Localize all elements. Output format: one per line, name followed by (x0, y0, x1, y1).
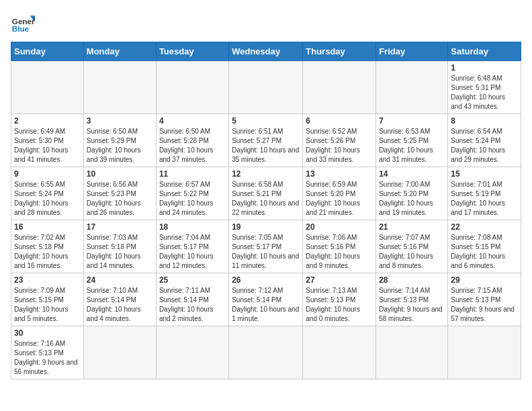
calendar-cell: 29Sunrise: 7:15 AM Sunset: 5:13 PM Dayli… (448, 273, 521, 326)
day-number: 22 (451, 222, 518, 232)
day-number: 28 (379, 275, 445, 285)
day-number: 27 (306, 275, 373, 285)
day-number: 6 (306, 116, 373, 126)
calendar-cell (303, 61, 376, 114)
calendar-cell: 6Sunrise: 6:52 AM Sunset: 5:26 PM Daylig… (303, 114, 376, 167)
calendar-header-tuesday: Tuesday (156, 42, 228, 61)
logo: General Blue (11, 11, 35, 35)
calendar-week-row: 30Sunrise: 7:16 AM Sunset: 5:13 PM Dayli… (11, 326, 521, 379)
day-info: Sunrise: 7:02 AM Sunset: 5:18 PM Dayligh… (14, 233, 81, 271)
calendar-cell: 11Sunrise: 6:57 AM Sunset: 5:22 PM Dayli… (156, 167, 228, 220)
calendar-header-thursday: Thursday (303, 42, 376, 61)
calendar: SundayMondayTuesdayWednesdayThursdayFrid… (11, 42, 521, 379)
day-number: 1 (451, 63, 518, 73)
day-info: Sunrise: 6:54 AM Sunset: 5:24 PM Dayligh… (451, 127, 518, 165)
day-info: Sunrise: 7:04 AM Sunset: 5:17 PM Dayligh… (159, 233, 226, 271)
calendar-cell (156, 326, 228, 379)
day-number: 21 (379, 222, 445, 232)
calendar-cell (83, 326, 156, 379)
calendar-week-row: 2Sunrise: 6:49 AM Sunset: 5:30 PM Daylig… (11, 114, 521, 167)
calendar-cell: 18Sunrise: 7:04 AM Sunset: 5:17 PM Dayli… (156, 220, 228, 273)
day-info: Sunrise: 7:07 AM Sunset: 5:16 PM Dayligh… (379, 233, 445, 271)
day-info: Sunrise: 6:55 AM Sunset: 5:24 PM Dayligh… (14, 180, 81, 218)
svg-text:Blue: Blue (12, 24, 30, 33)
calendar-week-row: 16Sunrise: 7:02 AM Sunset: 5:18 PM Dayli… (11, 220, 521, 273)
day-number: 17 (87, 222, 153, 232)
calendar-week-row: 9Sunrise: 6:55 AM Sunset: 5:24 PM Daylig… (11, 167, 521, 220)
day-number: 14 (379, 169, 445, 179)
day-number: 29 (451, 275, 518, 285)
day-info: Sunrise: 7:00 AM Sunset: 5:20 PM Dayligh… (379, 180, 445, 218)
header: General Blue (11, 11, 521, 35)
calendar-cell: 13Sunrise: 6:59 AM Sunset: 5:20 PM Dayli… (303, 167, 376, 220)
day-info: Sunrise: 6:59 AM Sunset: 5:20 PM Dayligh… (306, 180, 373, 218)
day-info: Sunrise: 7:03 AM Sunset: 5:18 PM Dayligh… (87, 233, 153, 271)
calendar-header-friday: Friday (376, 42, 448, 61)
calendar-cell (229, 326, 303, 379)
day-info: Sunrise: 6:50 AM Sunset: 5:29 PM Dayligh… (87, 127, 153, 165)
calendar-cell: 8Sunrise: 6:54 AM Sunset: 5:24 PM Daylig… (448, 114, 521, 167)
day-info: Sunrise: 6:51 AM Sunset: 5:27 PM Dayligh… (232, 127, 300, 165)
day-number: 12 (232, 169, 300, 179)
calendar-cell: 20Sunrise: 7:06 AM Sunset: 5:16 PM Dayli… (303, 220, 376, 273)
day-info: Sunrise: 7:06 AM Sunset: 5:16 PM Dayligh… (306, 233, 373, 271)
day-number: 10 (87, 169, 153, 179)
day-number: 7 (379, 116, 445, 126)
calendar-cell: 21Sunrise: 7:07 AM Sunset: 5:16 PM Dayli… (376, 220, 448, 273)
day-number: 18 (159, 222, 226, 232)
calendar-cell: 16Sunrise: 7:02 AM Sunset: 5:18 PM Dayli… (11, 220, 84, 273)
calendar-cell: 27Sunrise: 7:13 AM Sunset: 5:13 PM Dayli… (303, 273, 376, 326)
calendar-cell (156, 61, 228, 114)
calendar-cell: 30Sunrise: 7:16 AM Sunset: 5:13 PM Dayli… (11, 326, 84, 379)
day-number: 20 (306, 222, 373, 232)
day-info: Sunrise: 6:52 AM Sunset: 5:26 PM Dayligh… (306, 127, 373, 165)
day-info: Sunrise: 7:01 AM Sunset: 5:19 PM Dayligh… (451, 180, 518, 218)
calendar-cell: 10Sunrise: 6:56 AM Sunset: 5:23 PM Dayli… (83, 167, 156, 220)
calendar-cell (83, 61, 156, 114)
calendar-cell (11, 61, 84, 114)
calendar-header-sunday: Sunday (11, 42, 84, 61)
calendar-cell: 3Sunrise: 6:50 AM Sunset: 5:29 PM Daylig… (83, 114, 156, 167)
day-number: 11 (159, 169, 226, 179)
calendar-week-row: 1Sunrise: 6:48 AM Sunset: 5:31 PM Daylig… (11, 61, 521, 114)
calendar-cell: 7Sunrise: 6:53 AM Sunset: 5:25 PM Daylig… (376, 114, 448, 167)
calendar-cell: 19Sunrise: 7:05 AM Sunset: 5:17 PM Dayli… (229, 220, 303, 273)
day-info: Sunrise: 7:10 AM Sunset: 5:14 PM Dayligh… (87, 286, 153, 324)
day-number: 26 (232, 275, 300, 285)
calendar-cell: 12Sunrise: 6:58 AM Sunset: 5:21 PM Dayli… (229, 167, 303, 220)
calendar-cell: 22Sunrise: 7:08 AM Sunset: 5:15 PM Dayli… (448, 220, 521, 273)
calendar-cell: 25Sunrise: 7:11 AM Sunset: 5:14 PM Dayli… (156, 273, 228, 326)
day-number: 30 (14, 328, 81, 338)
day-info: Sunrise: 6:56 AM Sunset: 5:23 PM Dayligh… (87, 180, 153, 218)
day-info: Sunrise: 6:48 AM Sunset: 5:31 PM Dayligh… (451, 74, 518, 111)
calendar-cell: 4Sunrise: 6:50 AM Sunset: 5:28 PM Daylig… (156, 114, 228, 167)
day-info: Sunrise: 7:08 AM Sunset: 5:15 PM Dayligh… (451, 233, 518, 271)
calendar-cell (303, 326, 376, 379)
day-info: Sunrise: 7:09 AM Sunset: 5:15 PM Dayligh… (14, 286, 81, 324)
day-number: 16 (14, 222, 81, 232)
day-number: 2 (14, 116, 81, 126)
logo-icon: General Blue (11, 11, 35, 35)
day-info: Sunrise: 6:53 AM Sunset: 5:25 PM Dayligh… (379, 127, 445, 165)
day-number: 19 (232, 222, 300, 232)
day-info: Sunrise: 7:16 AM Sunset: 5:13 PM Dayligh… (14, 339, 81, 377)
day-info: Sunrise: 6:58 AM Sunset: 5:21 PM Dayligh… (232, 180, 300, 218)
calendar-cell: 28Sunrise: 7:14 AM Sunset: 5:13 PM Dayli… (376, 273, 448, 326)
calendar-header-monday: Monday (83, 42, 156, 61)
calendar-cell: 2Sunrise: 6:49 AM Sunset: 5:30 PM Daylig… (11, 114, 84, 167)
calendar-cell: 17Sunrise: 7:03 AM Sunset: 5:18 PM Dayli… (83, 220, 156, 273)
day-info: Sunrise: 7:15 AM Sunset: 5:13 PM Dayligh… (451, 286, 518, 324)
calendar-cell (229, 61, 303, 114)
calendar-cell (448, 326, 521, 379)
calendar-header-wednesday: Wednesday (229, 42, 303, 61)
calendar-header-saturday: Saturday (448, 42, 521, 61)
calendar-cell: 26Sunrise: 7:12 AM Sunset: 5:14 PM Dayli… (229, 273, 303, 326)
calendar-cell: 14Sunrise: 7:00 AM Sunset: 5:20 PM Dayli… (376, 167, 448, 220)
calendar-week-row: 23Sunrise: 7:09 AM Sunset: 5:15 PM Dayli… (11, 273, 521, 326)
day-number: 9 (14, 169, 81, 179)
day-number: 3 (87, 116, 153, 126)
calendar-cell: 24Sunrise: 7:10 AM Sunset: 5:14 PM Dayli… (83, 273, 156, 326)
day-info: Sunrise: 7:13 AM Sunset: 5:13 PM Dayligh… (306, 286, 373, 324)
calendar-header-row: SundayMondayTuesdayWednesdayThursdayFrid… (11, 42, 521, 61)
day-number: 4 (159, 116, 226, 126)
